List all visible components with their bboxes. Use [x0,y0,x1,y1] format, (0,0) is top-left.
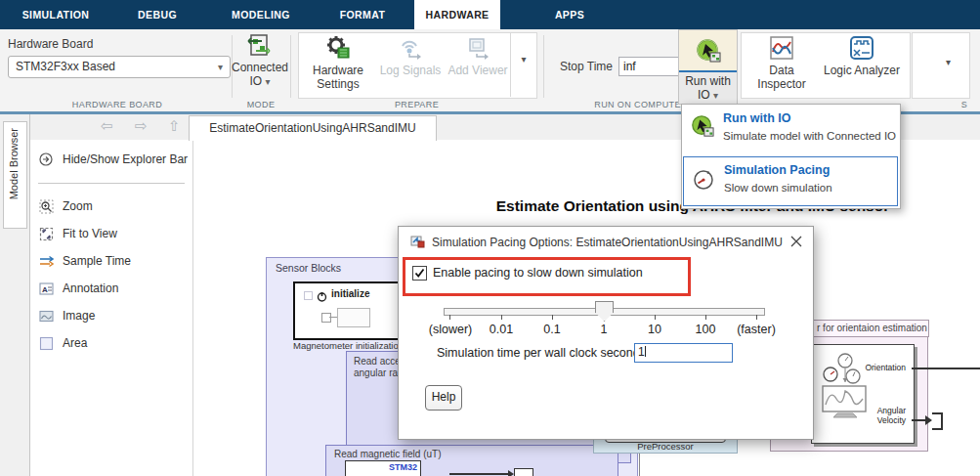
tab-debug[interactable]: DEBUG [127,0,188,29]
logic-analyzer-label: Logic Analyzer [821,64,903,77]
chevron-down-icon: ▾ [521,54,526,65]
up-icon: ⇧ [168,117,181,134]
magnetometer-init-block[interactable]: initialize [293,281,406,340]
block-port-wire [329,317,337,318]
chevron-down-icon: ▾ [265,76,270,87]
slider-label: (faster) [737,323,776,336]
area-icon [38,335,54,351]
wire-arrow-icon [925,415,932,425]
port-angular-label2: Velocity [849,415,906,425]
filter-region-label: r for orientaion estimation [817,323,927,333]
chevron-down-icon: ▾ [946,57,951,67]
palette-item-label: Area [63,336,87,350]
menu-item-subtitle: Simulate model with Connected IO [723,130,896,142]
run-with-io-line2: IO ▾ [679,88,737,102]
palette-item-image[interactable]: Image [38,306,95,325]
group-label-hardware-board: HARDWARE BOARD [8,100,227,109]
slider-tick [501,315,502,320]
port-orientation-label: Orientation [849,363,906,372]
sample-time-icon [38,253,54,269]
dialog-close-button[interactable] [788,234,804,249]
menu-item-title: Run with IO [723,111,790,125]
stop-time-label: Stop Time [560,60,613,73]
ahrs-filter-block[interactable]: Orientation Angular Velocity [811,344,915,444]
tab-simulation[interactable]: SIMULATION [14,0,98,29]
ribbon-hardware: Hardware Board STM32F3xx Based ▾ HARDWAR… [0,29,980,114]
tab-format[interactable]: FORMAT [330,0,395,29]
add-viewer-label: Add Viewer [446,64,510,77]
hardware-board-select[interactable]: STM32F3xx Based ▾ [8,56,231,78]
palette-item-annotation[interactable]: A Annotation [38,279,118,298]
orientation-wire [912,368,980,369]
run-with-io-icon [691,114,714,142]
forward-button[interactable]: ⇨ [135,117,148,135]
hardware-settings-button[interactable]: Hardware Settings [303,34,373,91]
model-browser-label: Model Browser [8,128,20,199]
logic-analyzer-button[interactable]: Logic Analyzer [821,34,903,77]
run-with-io-menu: Run with IO Simulate model with Connecte… [681,104,901,209]
menu-item-title: Simulation Pacing [724,163,830,177]
pacing-slider-thumb[interactable] [595,301,614,322]
data-inspector-button[interactable]: Data Inspector [745,34,819,91]
power-icon [317,288,327,306]
enable-pacing-checkbox[interactable] [412,266,427,281]
slider-label: 1 [601,323,608,336]
circle-arrow-icon [38,151,54,167]
data-inspector-icon [745,34,819,64]
toolstrip-menubar: SIMULATION DEBUG MODELING FORMAT HARDWAR… [0,0,980,29]
read-magnetic-label: Read magnetic field (uT) [326,446,618,459]
palette-item-zoom[interactable]: Zoom [38,196,93,216]
connected-io-button[interactable]: Connected IO ▾ [229,61,291,89]
read-magnetic-block[interactable]: Read magnetic field (uT) STM32 [325,445,618,476]
simulink-window: SIMULATION DEBUG MODELING FORMAT HARDWAR… [0,0,980,476]
run-with-io-icon [679,30,737,72]
tab-apps[interactable]: APPS [543,0,596,29]
back-button[interactable]: ⇦ [101,117,113,135]
tab-hardware[interactable]: HARDWARE [414,0,500,29]
palette-item-sample-time[interactable]: Sample Time [38,251,131,271]
small-block [514,468,533,476]
hardware-settings-label: Hardware Settings [303,64,373,91]
menu-item-run-with-io[interactable]: Run with IO Simulate model with Connecte… [682,105,900,155]
palette-item-area[interactable]: Area [38,333,87,353]
slider-tick [655,315,656,320]
slider-tick [705,315,706,320]
run-with-io-line1: Run with [679,74,737,88]
slider-tick [552,315,553,320]
logic-analyzer-icon [821,34,903,64]
sim-time-input[interactable]: 1 [634,343,733,363]
add-viewer-icon [446,34,510,64]
tab-modeling[interactable]: MODELING [223,0,299,29]
palette-item-hide-show-explorer[interactable]: Hide/Show Explorer Bar [38,150,188,169]
palette-item-label: Sample Time [63,254,131,268]
log-signals-button[interactable]: Log Signals [375,34,446,77]
slider-label: (slower) [429,323,472,336]
forward-icon: ⇨ [135,117,148,134]
run-with-io-button[interactable]: Run with IO ▾ [678,29,738,105]
sim-time-value: 1 [638,345,645,359]
up-button[interactable]: ⇧ [168,117,181,135]
log-signals-icon [375,34,446,64]
preprocessor-label: PreProcessor [594,441,737,452]
palette-item-label: Zoom [63,199,93,213]
block-subsystem-rect [337,308,370,327]
port-angular-label1: Angular [849,406,906,415]
slider-tick [449,315,450,320]
group-label-results-fragment: S [958,100,971,109]
slider-tick [756,315,757,320]
simulation-pacing-icon [693,169,714,195]
panel-divider [510,32,511,97]
prepare-overflow-button[interactable]: ▾ [515,54,533,65]
model-tab[interactable]: EstimateOrientationUsingAHRSandIMU [189,115,437,141]
model-browser-tab[interactable]: Model Browser [3,121,27,229]
group-label-prepare: PREPARE [298,100,535,109]
help-button[interactable]: Help [425,385,462,411]
add-viewer-button[interactable]: Add Viewer [446,34,510,77]
stm32-block[interactable]: STM32 [345,460,421,476]
menu-item-subtitle: Slow down simulation [724,182,832,194]
results-overflow-button[interactable]: ▾ [946,57,951,67]
menu-item-simulation-pacing[interactable]: Simulation Pacing Slow down simulation [683,156,898,206]
dialog-title: Simulation Pacing Options: EstimateOrien… [432,236,783,249]
palette-item-fit-to-view[interactable]: Fit to View [38,224,117,243]
stop-time-input[interactable]: inf [618,57,679,76]
